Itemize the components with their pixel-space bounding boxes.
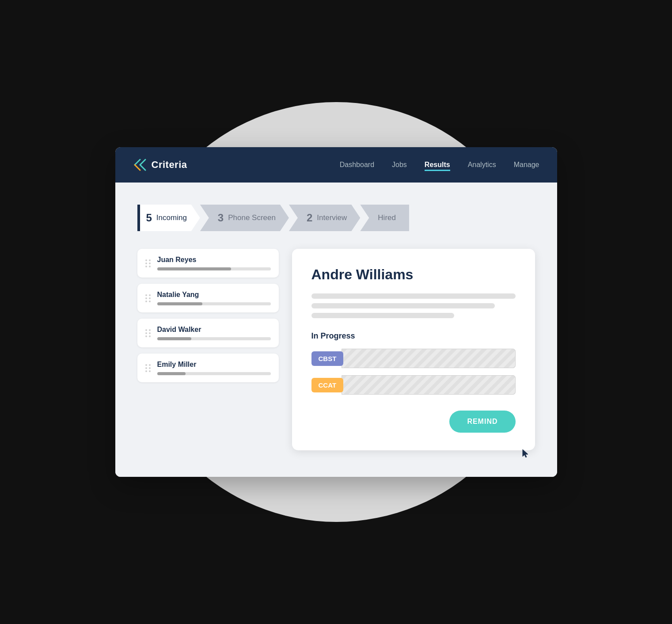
detail-line-3 (311, 313, 454, 318)
svg-line-0 (135, 160, 140, 165)
candidate-card-natalie[interactable]: Natalie Yang (137, 284, 279, 312)
assessment-row-cbst: CBST (311, 349, 516, 368)
nav-jobs[interactable]: Jobs (392, 159, 407, 171)
candidate-name-natalie: Natalie Yang (157, 291, 271, 299)
svg-line-3 (140, 165, 145, 170)
stage-interview-label: Interview (317, 213, 347, 222)
drag-handle-3 (145, 329, 151, 337)
stage-incoming-label: Incoming (156, 213, 187, 222)
candidate-name-emily: Emily Miller (157, 361, 271, 369)
assessment-badge-ccat: CCAT (311, 378, 344, 392)
logo-text: Criteria (152, 159, 187, 171)
stage-interview[interactable]: 2 Interview (289, 205, 360, 231)
candidate-info-juan: Juan Reyes (157, 256, 271, 270)
browser-window: Criteria Dashboard Jobs Results Analytic… (115, 147, 557, 477)
pipeline: 5 Incoming 3 Phone Screen 2 Interview Hi… (137, 205, 535, 231)
candidate-info-emily: Emily Miller (157, 361, 271, 375)
score-bar-bg-juan (157, 267, 271, 270)
outer-container: Criteria Dashboard Jobs Results Analytic… (0, 0, 672, 624)
drag-handle-4 (145, 364, 151, 372)
candidates-list: Juan Reyes Natalie (137, 249, 279, 382)
cursor-icon (522, 449, 531, 459)
candidate-card-emily[interactable]: Emily Miller (137, 354, 279, 382)
assessment-badge-cbst: CBST (311, 351, 344, 366)
logo-area: Criteria (133, 158, 187, 172)
score-bar-fill-juan (157, 267, 231, 270)
detail-line-2 (311, 303, 495, 308)
candidate-name-david: David Walker (157, 326, 271, 334)
drag-handle-2 (145, 294, 151, 302)
assessment-row-ccat: CCAT (311, 375, 516, 395)
stage-phone-number: 3 (218, 212, 224, 224)
nav-manage[interactable]: Manage (514, 159, 539, 171)
stage-phone-label: Phone Screen (228, 213, 276, 222)
detail-panel: Andre Williams In Progress CBST CCAT (292, 249, 535, 450)
candidate-card-juan[interactable]: Juan Reyes (137, 249, 279, 278)
stage-phone-screen[interactable]: 3 Phone Screen (200, 205, 289, 231)
stage-incoming[interactable]: 5 Incoming (137, 205, 200, 231)
score-bar-bg-emily (157, 372, 271, 375)
clearfix: REMIND (311, 402, 516, 433)
score-bar-bg-natalie (157, 302, 271, 305)
candidate-info-natalie: Natalie Yang (157, 291, 271, 305)
nav-analytics[interactable]: Analytics (468, 159, 496, 171)
nav-results[interactable]: Results (425, 159, 450, 171)
detail-lines (311, 293, 516, 318)
assessment-progress-cbst (342, 349, 515, 368)
detail-candidate-name: Andre Williams (311, 266, 516, 283)
remind-button[interactable]: REMIND (449, 411, 515, 433)
stage-hired-label: Hired (378, 213, 396, 222)
candidate-card-david[interactable]: David Walker (137, 319, 279, 347)
criteria-logo-icon (133, 158, 147, 172)
nav-dashboard[interactable]: Dashboard (340, 159, 374, 171)
assessment-progress-ccat (342, 375, 515, 395)
content-area: 5 Incoming 3 Phone Screen 2 Interview Hi… (115, 183, 557, 477)
score-bar-fill-natalie (157, 302, 203, 305)
score-bar-bg-david (157, 337, 271, 340)
candidate-info-david: David Walker (157, 326, 271, 340)
in-progress-label: In Progress (311, 331, 516, 341)
candidate-name-juan: Juan Reyes (157, 256, 271, 264)
drag-handle (145, 259, 151, 267)
stage-incoming-number: 5 (146, 212, 152, 224)
detail-line-1 (311, 293, 516, 299)
stage-hired[interactable]: Hired (360, 205, 409, 231)
svg-line-1 (140, 160, 145, 165)
stage-interview-number: 2 (307, 212, 312, 224)
main-layout: Juan Reyes Natalie (137, 249, 535, 450)
nav-links: Dashboard Jobs Results Analytics Manage (340, 159, 539, 171)
score-bar-fill-emily (157, 372, 186, 375)
score-bar-fill-david (157, 337, 191, 340)
navbar: Criteria Dashboard Jobs Results Analytic… (115, 147, 557, 183)
svg-line-2 (135, 165, 140, 170)
